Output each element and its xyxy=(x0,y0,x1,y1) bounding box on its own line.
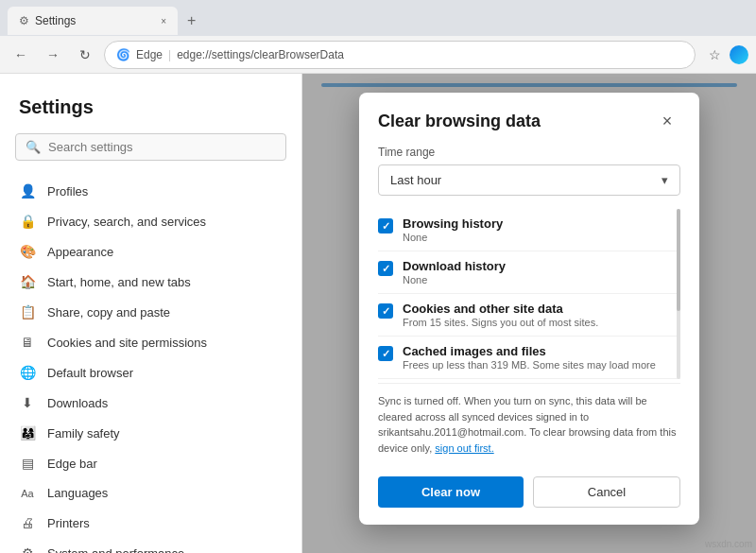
tab-close-button[interactable]: × xyxy=(161,16,166,26)
scrollbar-thumb[interactable] xyxy=(677,209,680,311)
sidebar-item-profiles[interactable]: 👤 Profiles xyxy=(0,176,301,206)
sidebar-item-label: Edge bar xyxy=(47,457,97,471)
modal-footer: Clear now Cancel xyxy=(359,463,699,525)
sidebar-item-edge-bar[interactable]: ▤ Edge bar xyxy=(0,448,301,478)
sidebar-item-label: Privacy, search, and services xyxy=(47,215,206,229)
sidebar-item-share-copy[interactable]: 📋 Share, copy and paste xyxy=(0,297,301,327)
checkbox-scroll-area[interactable]: ✓ Browsing history None ✓ xyxy=(378,209,680,379)
address-text: edge://settings/clearBrowserData xyxy=(177,48,683,61)
sidebar-item-label: Profiles xyxy=(47,184,88,199)
clear-now-button[interactable]: Clear now xyxy=(378,476,524,508)
browsing-history-subtitle: None xyxy=(403,232,680,243)
content-area: Clear browsing data × Time range Last ho… xyxy=(302,74,756,553)
favorites-button[interactable]: ☆ xyxy=(701,42,728,68)
search-icon: 🔍 xyxy=(26,140,41,154)
tab-settings-icon: ⚙ xyxy=(19,14,29,27)
cookies-title: Cookies and other site data xyxy=(403,302,680,316)
sync-info: Sync is turned off. When you turn on syn… xyxy=(378,383,680,463)
scrollbar-track xyxy=(677,209,680,379)
download-history-title: Download history xyxy=(403,259,680,273)
new-tab-button[interactable]: + xyxy=(181,10,201,31)
sidebar-item-languages[interactable]: Aa Languages xyxy=(0,478,301,508)
browsing-history-content: Browsing history None xyxy=(403,216,680,243)
active-tab[interactable]: ⚙ Settings × xyxy=(8,7,178,35)
search-input[interactable] xyxy=(48,140,276,154)
sidebar-item-system[interactable]: ⚙ System and performance xyxy=(0,538,301,553)
sidebar-item-cookies[interactable]: 🖥 Cookies and site permissions xyxy=(0,327,301,357)
checkbox-browsing-history-box[interactable]: ✓ xyxy=(378,218,393,233)
forward-button[interactable]: → xyxy=(40,42,66,68)
modal-overlay: Clear browsing data × Time range Last ho… xyxy=(302,74,756,553)
download-history-content: Download history None xyxy=(403,259,680,285)
cached-images-subtitle: Frees up less than 319 MB. Some sites ma… xyxy=(403,359,680,371)
modal-title: Clear browsing data xyxy=(378,112,541,131)
checkbox-cached-images-box[interactable]: ✓ xyxy=(378,346,393,361)
default-browser-icon: 🌐 xyxy=(19,365,36,380)
system-icon: ⚙ xyxy=(19,545,36,553)
cookies-content: Cookies and other site data From 15 site… xyxy=(403,302,680,328)
time-range-select[interactable]: Last hour ▾ xyxy=(378,164,680,196)
cached-images-title: Cached images and files xyxy=(403,344,680,358)
sidebar-item-label: Appearance xyxy=(47,245,113,259)
checkbox-download-history[interactable]: ✓ Download history None xyxy=(378,251,680,294)
sidebar-item-label: Cookies and site permissions xyxy=(47,336,207,350)
checkmark-icon: ✓ xyxy=(382,305,390,318)
sidebar-item-label: System and performance xyxy=(47,546,184,554)
sidebar-item-label: Downloads xyxy=(47,396,108,410)
start-home-icon: 🏠 xyxy=(19,274,36,289)
checkbox-cookies[interactable]: ✓ Cookies and other site data From 15 si… xyxy=(378,294,680,337)
cookies-subtitle: From 15 sites. Signs you out of most sit… xyxy=(403,317,680,328)
share-copy-icon: 📋 xyxy=(19,304,36,320)
sidebar-item-appearance[interactable]: 🎨 Appearance xyxy=(0,236,301,267)
checkbox-cached-images[interactable]: ✓ Cached images and files Frees up less … xyxy=(378,337,680,379)
checkbox-download-history-box[interactable]: ✓ xyxy=(378,261,393,276)
sign-out-first-link[interactable]: sign out first. xyxy=(435,442,493,454)
modal-header: Clear browsing data × xyxy=(359,93,699,146)
checkbox-cookies-box[interactable]: ✓ xyxy=(378,303,393,319)
download-history-subtitle: None xyxy=(403,274,680,285)
printers-icon: 🖨 xyxy=(19,515,36,530)
back-button[interactable]: ← xyxy=(8,42,34,68)
edge-profile-icon[interactable] xyxy=(730,45,748,64)
checkmark-icon: ✓ xyxy=(382,348,390,360)
sidebar-title: Settings xyxy=(0,89,301,133)
family-safety-icon: 👨‍👩‍👧 xyxy=(19,425,36,441)
sidebar-item-printers[interactable]: 🖨 Printers xyxy=(0,508,301,538)
sidebar: Settings 🔍 👤 Profiles 🔒 Privacy, search,… xyxy=(0,74,302,553)
tab-bar: ⚙ Settings × + xyxy=(0,0,756,36)
sidebar-item-label: Printers xyxy=(47,516,90,530)
modal-close-button[interactable]: × xyxy=(654,108,680,134)
nav-right-icons: ☆ xyxy=(701,42,748,68)
modal-body: Time range Last hour ▾ ✓ Bro xyxy=(359,146,699,463)
sidebar-item-label: Languages xyxy=(47,486,108,500)
cancel-button[interactable]: Cancel xyxy=(533,476,680,508)
address-separator: | xyxy=(168,48,171,61)
checkmark-icon: ✓ xyxy=(382,263,390,275)
time-range-value: Last hour xyxy=(390,173,441,187)
sidebar-item-start-home[interactable]: 🏠 Start, home, and new tabs xyxy=(0,267,301,297)
browsing-history-title: Browsing history xyxy=(403,216,680,231)
address-label: Edge xyxy=(136,48,163,61)
edge-bar-icon: ▤ xyxy=(19,456,36,471)
languages-icon: Aa xyxy=(19,488,36,499)
sidebar-item-label: Default browser xyxy=(47,366,133,380)
watermark: wsxdn.com xyxy=(705,539,752,549)
edge-favicon: 🌀 xyxy=(116,48,130,61)
sidebar-item-label: Family safety xyxy=(47,426,120,441)
clear-browsing-data-modal: Clear browsing data × Time range Last ho… xyxy=(359,93,699,525)
browser-chrome: ⚙ Settings × + ← → ↻ 🌀 Edge | edge://set… xyxy=(0,0,756,74)
search-box[interactable]: 🔍 xyxy=(15,133,286,161)
nav-bar: ← → ↻ 🌀 Edge | edge://settings/clearBrow… xyxy=(0,36,756,74)
sidebar-item-family-safety[interactable]: 👨‍👩‍👧 Family safety xyxy=(0,418,301,448)
refresh-button[interactable]: ↻ xyxy=(72,42,98,68)
sidebar-item-downloads[interactable]: ⬇ Downloads xyxy=(0,388,301,418)
sidebar-item-privacy[interactable]: 🔒 Privacy, search, and services xyxy=(0,206,301,236)
chevron-down-icon: ▾ xyxy=(662,173,668,187)
address-bar[interactable]: 🌀 Edge | edge://settings/clearBrowserDat… xyxy=(104,41,696,69)
tab-title: Settings xyxy=(35,14,76,27)
checkbox-browsing-history[interactable]: ✓ Browsing history None xyxy=(378,209,680,251)
time-range-label: Time range xyxy=(378,146,680,159)
sidebar-item-default-browser[interactable]: 🌐 Default browser xyxy=(0,357,301,388)
cached-images-content: Cached images and files Frees up less th… xyxy=(403,344,680,371)
profiles-icon: 👤 xyxy=(19,183,36,199)
